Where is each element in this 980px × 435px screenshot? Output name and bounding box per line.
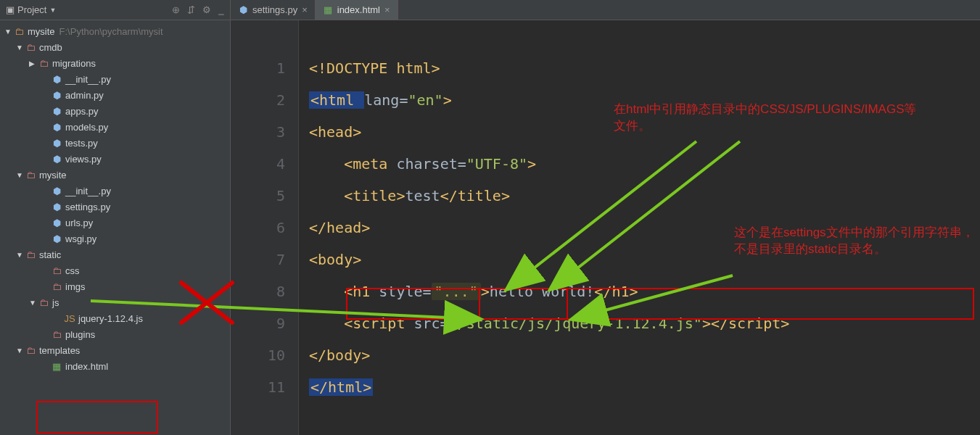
tree-item-jquery-1-12-4-js[interactable]: JSjquery-1.12.4.js	[0, 310, 230, 326]
tree-item-imgs[interactable]: 🗀imgs	[0, 278, 230, 294]
project-sidebar: ▣ Project ▼ ⊕ ⇵ ⚙ ⎯ ▼🗀mysiteF:\Python\py…	[0, 0, 231, 435]
editor-tabs: ⬢settings.py×▦index.html×	[231, 0, 980, 20]
tree-item-static[interactable]: ▼🗀static	[0, 246, 230, 262]
line-number: 7	[231, 244, 285, 276]
line-number: 1	[231, 52, 285, 84]
tree-item--init-py[interactable]: ⬢__init__.py	[0, 71, 230, 87]
code-l10: </body>	[309, 347, 370, 364]
tree-item-models-py[interactable]: ⬢models.py	[0, 119, 230, 135]
gear-icon[interactable]: ⚙	[202, 4, 211, 15]
line-number: 8	[231, 276, 285, 307]
line-number: 11	[231, 371, 285, 403]
code-line-1: <!DOCTYPE html>	[309, 59, 440, 77]
line-number: 4	[231, 148, 285, 180]
hide-icon[interactable]: ⎯	[218, 4, 224, 15]
tab-index-html[interactable]: ▦index.html×	[316, 0, 398, 20]
tree-item-urls-py[interactable]: ⬢urls.py	[0, 215, 230, 231]
gutter: 1234567891011	[231, 20, 299, 435]
tree-item-views-py[interactable]: ⬢views.py	[0, 151, 230, 167]
line-number: 9	[231, 307, 285, 339]
line-number: 10	[231, 339, 285, 371]
tree-item--init-py[interactable]: ⬢__init__.py	[0, 183, 230, 199]
target-icon[interactable]: ⊕	[172, 4, 180, 15]
tree-item-cmdb[interactable]: ▼🗀cmdb	[0, 39, 230, 55]
tree-item-tests-py[interactable]: ⬢tests.py	[0, 135, 230, 151]
tree-item-mysite[interactable]: ▼🗀mysite	[0, 167, 230, 183]
tree-item-js[interactable]: ▼🗀js	[0, 294, 230, 310]
tree-item-settings-py[interactable]: ⬢settings.py	[0, 199, 230, 215]
tree-item-index-html[interactable]: ▦index.html	[0, 358, 230, 374]
project-dropdown-icon[interactable]: ▣	[6, 4, 15, 15]
tree-item-mysite[interactable]: ▼🗀mysiteF:\Python\pycharm\mysit	[0, 23, 230, 39]
dropdown-arrow-icon[interactable]: ▼	[49, 7, 56, 14]
tree-item-apps-py[interactable]: ⬢apps.py	[0, 103, 230, 119]
tree-item-wsgi-py[interactable]: ⬢wsgi.py	[0, 231, 230, 246]
code-l7: <body>	[309, 251, 361, 268]
code-l2-tag: <html	[309, 91, 364, 109]
tree-item-css[interactable]: 🗀css	[0, 262, 230, 278]
tab-close-icon[interactable]: ×	[384, 4, 390, 15]
tree-item-migrations[interactable]: ▶🗀migrations	[0, 55, 230, 71]
line-number: 3	[231, 116, 285, 148]
code-editor[interactable]: 1234567891011 <!DOCTYPE html> <html lang…	[231, 20, 980, 435]
line-number: 6	[231, 212, 285, 244]
tree-item-templates[interactable]: ▼🗀templates	[0, 342, 230, 358]
tree-item-admin-py[interactable]: ⬢admin.py	[0, 87, 230, 103]
code-l6: </head>	[309, 219, 370, 236]
code-content[interactable]: <!DOCTYPE html> <html lang="en"> <head> …	[299, 20, 980, 435]
tab-settings-py[interactable]: ⬢settings.py×	[231, 0, 316, 20]
editor-area: ⬢settings.py×▦index.html× 1234567891011 …	[231, 0, 980, 435]
collapse-icon[interactable]: ⇵	[187, 4, 195, 15]
tab-close-icon[interactable]: ×	[302, 4, 308, 15]
code-l3: <head>	[309, 123, 361, 141]
line-number: 2	[231, 84, 285, 116]
code-l11: </html>	[309, 378, 373, 396]
line-number: 5	[231, 180, 285, 212]
tree-item-plugins[interactable]: 🗀plugins	[0, 326, 230, 342]
sidebar-title: Project	[17, 4, 46, 15]
project-tree[interactable]: ▼🗀mysiteF:\Python\pycharm\mysit▼🗀cmdb▶🗀m…	[0, 20, 230, 377]
sidebar-header: ▣ Project ▼ ⊕ ⇵ ⚙ ⎯	[0, 0, 230, 20]
